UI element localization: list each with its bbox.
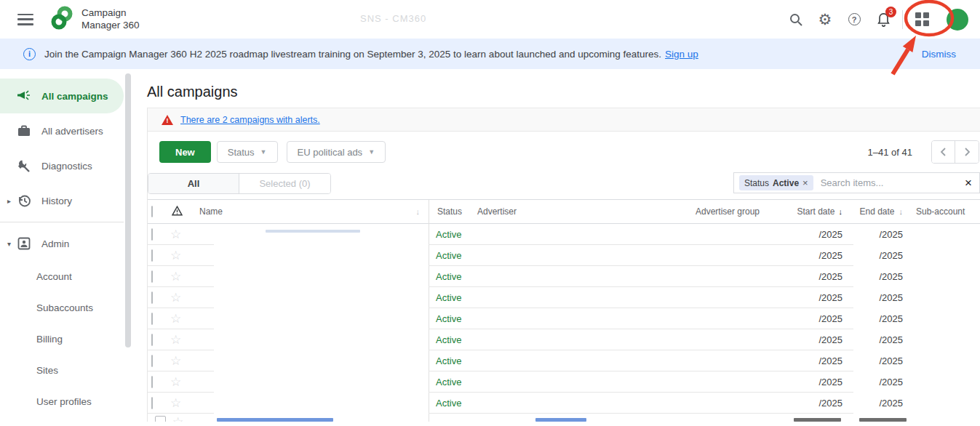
row-checkbox[interactable]	[151, 313, 153, 325]
remove-chip-icon[interactable]: ×	[802, 177, 808, 188]
sidebar-item-user-profiles[interactable]: User profiles	[0, 386, 135, 417]
row-checkbox[interactable]	[151, 334, 153, 346]
star-icon[interactable]: ☆	[170, 249, 193, 262]
menu-icon[interactable]	[17, 14, 33, 25]
status-value: Active	[429, 292, 475, 303]
star-icon[interactable]: ☆	[170, 270, 193, 283]
campaign-alerts-link[interactable]: There are 2 campaigns with alerts.	[180, 115, 320, 125]
table-row[interactable]: ☆ Active /2025 /2025	[148, 245, 980, 266]
star-icon[interactable]: ☆	[170, 376, 193, 388]
table-row[interactable]: ☆ Active /2025 /2025	[148, 393, 980, 414]
history-clock-icon	[17, 194, 31, 208]
row-checkbox[interactable]	[151, 397, 153, 409]
column-header-end-date[interactable]: End date↓	[845, 206, 904, 217]
chevron-down-icon[interactable]: ▾	[7, 240, 11, 248]
column-header-start-date[interactable]: Start date↓	[763, 206, 845, 217]
signup-link[interactable]: Sign up	[665, 49, 698, 60]
column-header-name[interactable]: Name ↓	[193, 206, 429, 217]
app-title: Campaign Manager 360	[81, 7, 140, 32]
table-row[interactable]: ☆ Active /2025 /2025	[148, 266, 980, 287]
sort-desc-icon: ↓	[839, 207, 843, 216]
row-checkbox[interactable]	[151, 355, 153, 367]
search-icon[interactable]	[781, 5, 810, 34]
column-header-advertiser-group[interactable]: Advertiser group	[545, 206, 763, 217]
apps-grid-icon[interactable]	[907, 5, 936, 34]
announcement-banner: i Join the Campaign Manager 360 H2 2025 …	[0, 39, 980, 69]
info-icon: i	[23, 48, 36, 60]
sidebar-item-admin[interactable]: ▾ Admin	[0, 226, 135, 261]
sidebar-item-all-advertisers[interactable]: All advertisers	[0, 113, 135, 148]
redacted-date	[794, 418, 841, 422]
end-date-value: /2025	[845, 292, 904, 303]
end-date-value: /2025	[845, 313, 904, 324]
help-icon[interactable]: ?	[840, 5, 869, 34]
status-filter-dropdown[interactable]: Status ▼	[217, 141, 278, 163]
row-checkbox[interactable]	[151, 376, 153, 388]
banner-text: Join the Campaign Manager 360 H2 2025 ro…	[44, 49, 661, 60]
notifications-bell-icon[interactable]: 3	[869, 5, 898, 34]
divider	[0, 222, 124, 222]
star-icon[interactable]: ☆	[172, 416, 183, 422]
avatar[interactable]	[947, 9, 968, 31]
table-header: Name ↓ Status Advertiser Advertiser grou…	[148, 200, 980, 224]
sidebar-item-user-roles[interactable]: User roles	[0, 417, 135, 426]
eu-political-ads-dropdown[interactable]: EU political ads ▼	[287, 141, 386, 163]
sidebar-nav: All campaigns All advertisers Diagnostic…	[0, 69, 135, 426]
prev-page-button[interactable]	[932, 141, 955, 163]
row-checkbox[interactable]	[151, 292, 153, 304]
campaign-name-redacted	[193, 224, 429, 245]
new-button[interactable]: New	[159, 141, 211, 163]
column-header-sub-account[interactable]: Sub-account	[904, 206, 980, 217]
sidebar-item-subaccounts[interactable]: Subaccounts	[0, 292, 135, 323]
row-checkbox[interactable]	[155, 416, 166, 422]
column-header-status[interactable]: Status	[429, 206, 475, 217]
status-value: Active	[429, 377, 475, 387]
row-checkbox[interactable]	[151, 249, 153, 262]
column-header-advertiser[interactable]: Advertiser	[475, 206, 545, 217]
row-checkbox[interactable]	[151, 228, 153, 241]
account-selector-redacted[interactable]: SNS - CM360	[360, 13, 426, 24]
chevron-right-icon[interactable]: ▸	[7, 197, 11, 205]
star-icon[interactable]: ☆	[170, 228, 193, 241]
table-row[interactable]: ☆ Active /2025 /2025	[148, 287, 980, 308]
row-checkbox[interactable]	[151, 270, 153, 283]
table-row[interactable]: ☆ Active /2025 /2025	[148, 224, 980, 245]
briefcase-icon	[17, 125, 31, 137]
star-icon[interactable]: ☆	[170, 397, 193, 409]
sidebar-item-history[interactable]: ▸ History	[0, 183, 135, 218]
search-box: Status Active × ×	[733, 172, 980, 193]
status-active-filter-chip[interactable]: Status Active ×	[739, 175, 813, 190]
sidebar-scrollbar[interactable]	[125, 73, 131, 347]
alerts-bar: ! There are 2 campaigns with alerts.	[148, 108, 980, 132]
select-all-checkbox[interactable]	[151, 206, 153, 217]
sidebar-item-all-campaigns[interactable]: All campaigns	[0, 79, 124, 113]
campaign-name-redacted	[193, 393, 429, 414]
status-value: Active	[429, 229, 475, 240]
table-row[interactable]: ☆ Active /2025 /2025	[148, 371, 980, 393]
sidebar-item-diagnostics[interactable]: Diagnostics	[0, 148, 135, 183]
star-icon[interactable]: ☆	[170, 334, 193, 346]
sort-icon: ↓	[899, 207, 904, 216]
top-app-bar: Campaign Manager 360 SNS - CM360 ⚙ ? 3	[0, 0, 980, 39]
table-row[interactable]: ☆ Active /2025 /2025	[148, 350, 980, 371]
settings-gear-icon[interactable]: ⚙	[810, 5, 840, 34]
tab-all[interactable]: All	[148, 174, 239, 193]
search-input[interactable]	[821, 177, 965, 188]
star-icon[interactable]: ☆	[170, 355, 193, 367]
tab-selected[interactable]: Selected (0)	[239, 174, 330, 193]
next-page-button[interactable]	[955, 141, 979, 163]
table-row[interactable]: ☆ Active /2025 /2025	[148, 308, 980, 329]
sidebar-item-label: All advertisers	[41, 126, 103, 137]
redacted-advertiser-link	[535, 418, 586, 422]
campaign-manager-logo	[49, 6, 74, 33]
dismiss-button[interactable]: Dismiss	[922, 49, 956, 60]
warning-icon: !	[162, 115, 173, 125]
sidebar-item-sites[interactable]: Sites	[0, 355, 135, 386]
star-icon[interactable]: ☆	[170, 292, 193, 304]
sidebar-item-billing[interactable]: Billing	[0, 323, 135, 355]
start-date-value: /2025	[763, 229, 845, 240]
clear-search-icon[interactable]: ×	[965, 177, 972, 189]
star-icon[interactable]: ☆	[170, 313, 193, 325]
table-row[interactable]: ☆ Active /2025 /2025	[148, 329, 980, 350]
sidebar-item-account[interactable]: Account	[0, 261, 135, 292]
